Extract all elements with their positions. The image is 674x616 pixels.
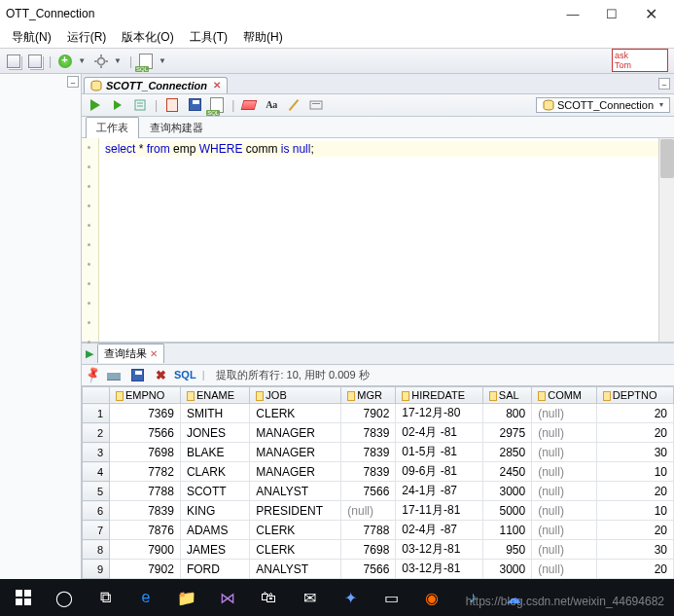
column-header[interactable]: EMPNO [110, 386, 181, 403]
svg-rect-14 [16, 598, 22, 605]
document-tab-row: SCOTT_Connection ✕ – [82, 74, 674, 94]
minimize-button[interactable]: — [553, 0, 592, 27]
view-tabs: 工作表 查询构建器 [82, 117, 674, 138]
sql-history-icon[interactable]: SQL [207, 95, 227, 115]
start-icon[interactable] [4, 580, 43, 615]
column-header[interactable]: DEPTNO [596, 386, 673, 403]
sql-editor[interactable]: select * from emp WHERE comm is null; [99, 138, 674, 342]
results-grid-wrap: EMPNOENAMEJOBMGRHIREDATESALCOMMDEPTNO 17… [82, 386, 674, 579]
task-view-icon[interactable]: ⧉ [86, 580, 124, 615]
menu-nav[interactable]: 导航(N) [4, 27, 59, 48]
store-icon[interactable]: 🛍 [249, 580, 288, 615]
table-row[interactable]: 77876ADAMSCLERK778802-4月 -871100(null)20 [83, 521, 674, 540]
commit-icon[interactable] [185, 95, 204, 115]
worksheet-icon [90, 80, 102, 91]
delete-icon[interactable]: ✖ [151, 365, 170, 384]
gear-dropdown-icon[interactable]: ▼ [114, 56, 122, 65]
copy2-icon[interactable] [25, 52, 45, 71]
autotrace-icon[interactable] [162, 95, 182, 115]
clear-icon[interactable] [239, 95, 259, 115]
svg-rect-15 [24, 598, 31, 605]
table-row[interactable]: 27566JONESMANAGER783902-4月 -812975(null)… [83, 423, 674, 443]
app1-icon[interactable]: ✦ [331, 580, 370, 615]
run-statement-icon[interactable] [86, 95, 105, 115]
app2-icon[interactable]: ▭ [372, 580, 410, 615]
main-toolbar: | ▼ ▼ | SQL ▼ ask Tom [0, 49, 674, 74]
sql-label[interactable]: SQL [174, 369, 196, 380]
results-tab-close-icon[interactable]: ✕ [150, 348, 158, 359]
table-row[interactable]: 37698BLAKEMANAGER783901-5月 -812850(null)… [83, 443, 674, 462]
svg-rect-12 [16, 590, 22, 597]
column-header[interactable]: MGR [341, 386, 396, 403]
results-toolbar: 📌 ✖ SQL | 提取的所有行: 10, 用时 0.009 秒 [82, 365, 674, 386]
title-bar: OTT_Connection — ☐ ✕ [0, 0, 674, 27]
results-tab[interactable]: 查询结果 ✕ [97, 344, 164, 363]
explain-plan-icon[interactable] [130, 95, 150, 115]
ask-tom-box[interactable]: ask Tom [612, 49, 668, 72]
editor-scrollbar[interactable] [658, 138, 674, 342]
maximize-button[interactable]: ☐ [592, 0, 631, 27]
results-grid[interactable]: EMPNOENAMEJOBMGRHIREDATESALCOMMDEPTNO 17… [82, 386, 674, 579]
new-icon[interactable] [55, 52, 75, 71]
left-sidebar: – [0, 74, 82, 579]
sql-dropdown-icon[interactable]: ▼ [159, 56, 166, 65]
menu-help[interactable]: 帮助(H) [235, 27, 291, 48]
edge-icon[interactable]: e [126, 580, 165, 615]
vs-icon[interactable]: ⋈ [208, 580, 247, 615]
tab-query-builder[interactable]: 查询构建器 [139, 117, 214, 139]
results-sep: | [202, 369, 205, 380]
mail-icon[interactable]: ✉ [290, 580, 329, 615]
run-script-icon[interactable] [108, 95, 127, 115]
sql-worksheet-icon[interactable]: SQL [136, 52, 156, 71]
menu-run[interactable]: 运行(R) [59, 27, 115, 48]
tab-worksheet[interactable]: 工作表 [86, 117, 139, 139]
svg-point-0 [98, 57, 105, 64]
new-dropdown-icon[interactable]: ▼ [78, 56, 86, 65]
table-row[interactable]: 17369SMITHCLERK790217-12月-80800(null)20 [83, 404, 674, 423]
windows-taskbar: ◯ ⧉ e 📁 ⋈ 🛍 ✉ ✦ ▭ ◉ ♪ ☁ https://blog.csd… [0, 579, 674, 616]
table-row[interactable]: 87900JAMESCLERK769803-12月-81950(null)30 [83, 540, 674, 560]
connection-selector[interactable]: SCOTT_Connection [536, 97, 670, 113]
pin-icon[interactable]: 📌 [84, 366, 103, 385]
watermark: https://blog.csdn.net/weixin_44694682 [466, 595, 664, 608]
results-run-icon: ▶ [86, 347, 93, 360]
print-icon[interactable] [104, 365, 124, 384]
sqltb-sep2: | [231, 98, 234, 112]
results-tab-row: ▶ 查询结果 ✕ [82, 344, 674, 365]
toolbar-separator: | [49, 54, 52, 68]
close-button[interactable]: ✕ [631, 0, 670, 27]
svg-rect-10 [312, 103, 320, 104]
column-header[interactable]: COMM [532, 386, 597, 403]
column-header[interactable]: HIREDATE [396, 386, 483, 403]
app3-icon[interactable]: ◉ [412, 580, 451, 615]
column-header[interactable]: JOB [250, 386, 341, 403]
format-icon[interactable]: Aa [262, 95, 281, 115]
menu-version[interactable]: 版本化(O) [114, 27, 181, 48]
dbms-output-icon[interactable] [306, 95, 326, 115]
table-row[interactable]: 97902FORDANALYST756603-12月-813000(null)2… [83, 560, 674, 579]
explorer-icon[interactable]: 📁 [167, 580, 206, 615]
document-tab-label: SCOTT_Connection [106, 80, 207, 91]
cortana-icon[interactable]: ◯ [45, 580, 84, 615]
menu-tools[interactable]: 工具(T) [182, 27, 235, 48]
export-icon[interactable] [127, 365, 147, 384]
table-row[interactable]: 57788SCOTTANALYST756624-1月 -873000(null)… [83, 482, 674, 501]
sqltb-sep1: | [155, 98, 158, 112]
sql-editor-area: select * from emp WHERE comm is null; [82, 138, 674, 342]
gear-icon[interactable] [91, 52, 111, 71]
table-row[interactable]: 67839KINGPRESIDENT(null)17-11月-815000(nu… [83, 501, 674, 521]
results-status: 提取的所有行: 10, 用时 0.009 秒 [216, 368, 369, 382]
tab-expand-button[interactable]: – [658, 78, 670, 90]
ask-line1: ask [615, 51, 665, 60]
editor-gutter [82, 138, 99, 342]
column-header[interactable]: SAL [482, 386, 531, 403]
column-header[interactable]: ENAME [180, 386, 249, 403]
results-tab-label: 查询结果 [104, 346, 147, 361]
copy1-icon[interactable] [4, 52, 23, 71]
results-panel: ▶ 查询结果 ✕ 📌 ✖ SQL | 提取的所有行: 10, 用时 0.009 … [82, 342, 674, 579]
sidebar-collapse-button[interactable]: – [67, 76, 79, 88]
table-row[interactable]: 47782CLARKMANAGER783909-6月 -812450(null)… [83, 462, 674, 482]
document-tab[interactable]: SCOTT_Connection ✕ [84, 77, 228, 93]
edit-icon[interactable] [284, 95, 303, 115]
document-tab-close-icon[interactable]: ✕ [213, 80, 221, 91]
